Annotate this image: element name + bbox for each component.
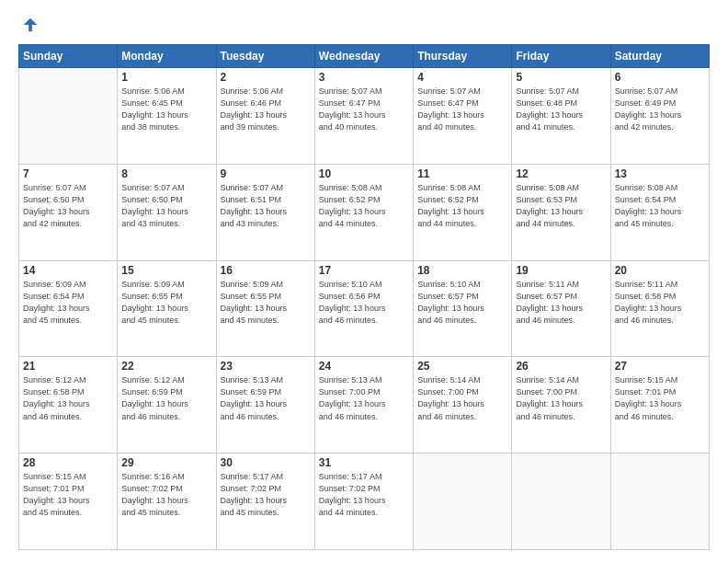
calendar-cell: 5Sunrise: 5:07 AM Sunset: 6:48 PM Daylig…: [512, 68, 610, 165]
cell-info: Sunrise: 5:11 AM Sunset: 6:57 PM Dayligh…: [516, 279, 606, 327]
calendar-cell: 3Sunrise: 5:07 AM Sunset: 6:47 PM Daylig…: [314, 68, 413, 165]
calendar-cell: 18Sunrise: 5:10 AM Sunset: 6:57 PM Dayli…: [414, 260, 512, 357]
calendar-cell: [512, 454, 610, 550]
cell-info: Sunrise: 5:07 AM Sunset: 6:49 PM Dayligh…: [615, 86, 705, 133]
day-header-monday: Monday: [118, 45, 216, 68]
cell-day-number: 8: [121, 167, 211, 180]
cell-day-number: 6: [615, 71, 705, 84]
calendar-cell: 16Sunrise: 5:09 AM Sunset: 6:55 PM Dayli…: [216, 260, 314, 357]
cell-day-number: 23: [221, 360, 311, 373]
cell-day-number: 29: [121, 456, 211, 469]
cell-day-number: 12: [516, 167, 606, 180]
cell-info: Sunrise: 5:10 AM Sunset: 6:57 PM Dayligh…: [417, 279, 507, 327]
cell-info: Sunrise: 5:11 AM Sunset: 6:58 PM Dayligh…: [615, 279, 705, 327]
calendar-cell: 27Sunrise: 5:15 AM Sunset: 7:01 PM Dayli…: [610, 357, 709, 454]
calendar-cell: 28Sunrise: 5:15 AM Sunset: 7:01 PM Dayli…: [19, 454, 118, 550]
logo-icon: [20, 15, 40, 35]
cell-info: Sunrise: 5:09 AM Sunset: 6:55 PM Dayligh…: [221, 279, 311, 327]
calendar-week-row: 1Sunrise: 5:06 AM Sunset: 6:45 PM Daylig…: [19, 68, 710, 165]
calendar-week-row: 7Sunrise: 5:07 AM Sunset: 6:50 PM Daylig…: [19, 164, 710, 260]
calendar-table: SundayMondayTuesdayWednesdayThursdayFrid…: [18, 44, 710, 550]
cell-info: Sunrise: 5:15 AM Sunset: 7:01 PM Dayligh…: [23, 471, 113, 519]
calendar-cell: 11Sunrise: 5:08 AM Sunset: 6:52 PM Dayli…: [414, 164, 512, 260]
day-header-wednesday: Wednesday: [314, 45, 413, 68]
cell-day-number: 20: [615, 264, 705, 277]
cell-info: Sunrise: 5:13 AM Sunset: 7:00 PM Dayligh…: [319, 374, 409, 422]
cell-day-number: 13: [615, 167, 705, 180]
cell-day-number: 19: [516, 264, 606, 277]
cell-day-number: 2: [221, 71, 311, 84]
calendar-cell: 30Sunrise: 5:17 AM Sunset: 7:02 PM Dayli…: [216, 454, 314, 550]
cell-day-number: 16: [221, 264, 311, 277]
cell-day-number: 21: [23, 360, 113, 373]
day-header-sunday: Sunday: [19, 45, 118, 68]
calendar-cell: 23Sunrise: 5:13 AM Sunset: 6:59 PM Dayli…: [216, 357, 314, 454]
cell-info: Sunrise: 5:15 AM Sunset: 7:01 PM Dayligh…: [615, 374, 705, 422]
calendar-cell: 2Sunrise: 5:06 AM Sunset: 6:46 PM Daylig…: [216, 68, 314, 165]
cell-info: Sunrise: 5:07 AM Sunset: 6:50 PM Dayligh…: [121, 182, 211, 230]
calendar-cell: 12Sunrise: 5:08 AM Sunset: 6:53 PM Dayli…: [512, 164, 610, 260]
cell-info: Sunrise: 5:12 AM Sunset: 6:58 PM Dayligh…: [23, 374, 113, 422]
calendar-cell: 25Sunrise: 5:14 AM Sunset: 7:00 PM Dayli…: [414, 357, 512, 454]
cell-info: Sunrise: 5:09 AM Sunset: 6:54 PM Dayligh…: [23, 279, 113, 327]
cell-day-number: 9: [221, 167, 311, 180]
cell-info: Sunrise: 5:08 AM Sunset: 6:54 PM Dayligh…: [615, 182, 705, 230]
cell-info: Sunrise: 5:07 AM Sunset: 6:51 PM Dayligh…: [221, 182, 311, 230]
cell-info: Sunrise: 5:07 AM Sunset: 6:47 PM Dayligh…: [319, 86, 409, 133]
calendar-cell: 20Sunrise: 5:11 AM Sunset: 6:58 PM Dayli…: [610, 260, 709, 357]
calendar-cell: [19, 68, 118, 165]
day-header-thursday: Thursday: [414, 45, 512, 68]
calendar-cell: 24Sunrise: 5:13 AM Sunset: 7:00 PM Dayli…: [314, 357, 413, 454]
calendar-week-row: 28Sunrise: 5:15 AM Sunset: 7:01 PM Dayli…: [19, 454, 710, 550]
calendar-cell: 26Sunrise: 5:14 AM Sunset: 7:00 PM Dayli…: [512, 357, 610, 454]
calendar-cell: 29Sunrise: 5:16 AM Sunset: 7:02 PM Dayli…: [118, 454, 216, 550]
calendar-cell: 21Sunrise: 5:12 AM Sunset: 6:58 PM Dayli…: [19, 357, 118, 454]
cell-info: Sunrise: 5:10 AM Sunset: 6:56 PM Dayligh…: [319, 279, 409, 327]
calendar-body: 1Sunrise: 5:06 AM Sunset: 6:45 PM Daylig…: [19, 68, 710, 550]
cell-info: Sunrise: 5:07 AM Sunset: 6:47 PM Dayligh…: [417, 86, 507, 133]
cell-day-number: 7: [23, 167, 113, 180]
cell-day-number: 28: [23, 456, 113, 469]
cell-info: Sunrise: 5:12 AM Sunset: 6:59 PM Dayligh…: [121, 374, 211, 422]
cell-day-number: 24: [319, 360, 409, 373]
calendar-cell: 1Sunrise: 5:06 AM Sunset: 6:45 PM Daylig…: [118, 68, 216, 165]
cell-info: Sunrise: 5:07 AM Sunset: 6:50 PM Dayligh…: [23, 182, 113, 230]
page-header: [18, 17, 710, 35]
calendar-cell: 19Sunrise: 5:11 AM Sunset: 6:57 PM Dayli…: [512, 260, 610, 357]
cell-day-number: 1: [121, 71, 211, 84]
cell-day-number: 15: [121, 264, 211, 277]
calendar-cell: 7Sunrise: 5:07 AM Sunset: 6:50 PM Daylig…: [19, 164, 118, 260]
day-header-tuesday: Tuesday: [216, 45, 314, 68]
logo: [18, 17, 40, 35]
cell-day-number: 10: [319, 167, 409, 180]
cell-day-number: 5: [516, 71, 606, 84]
cell-info: Sunrise: 5:06 AM Sunset: 6:45 PM Dayligh…: [121, 86, 211, 133]
day-header-saturday: Saturday: [610, 45, 709, 68]
calendar-cell: 6Sunrise: 5:07 AM Sunset: 6:49 PM Daylig…: [610, 68, 709, 165]
cell-info: Sunrise: 5:08 AM Sunset: 6:53 PM Dayligh…: [516, 182, 606, 230]
cell-day-number: 25: [417, 360, 507, 373]
cell-info: Sunrise: 5:17 AM Sunset: 7:02 PM Dayligh…: [221, 471, 311, 519]
calendar-cell: 4Sunrise: 5:07 AM Sunset: 6:47 PM Daylig…: [414, 68, 512, 165]
calendar-cell: 15Sunrise: 5:09 AM Sunset: 6:55 PM Dayli…: [118, 260, 216, 357]
cell-day-number: 22: [121, 360, 211, 373]
cell-day-number: 30: [221, 456, 311, 469]
calendar-week-row: 21Sunrise: 5:12 AM Sunset: 6:58 PM Dayli…: [19, 357, 710, 454]
cell-day-number: 18: [417, 264, 507, 277]
cell-day-number: 11: [417, 167, 507, 180]
cell-day-number: 26: [516, 360, 606, 373]
cell-info: Sunrise: 5:13 AM Sunset: 6:59 PM Dayligh…: [221, 374, 311, 422]
calendar-cell: 14Sunrise: 5:09 AM Sunset: 6:54 PM Dayli…: [19, 260, 118, 357]
calendar-cell: 8Sunrise: 5:07 AM Sunset: 6:50 PM Daylig…: [118, 164, 216, 260]
cell-info: Sunrise: 5:16 AM Sunset: 7:02 PM Dayligh…: [121, 471, 211, 519]
cell-day-number: 3: [319, 71, 409, 84]
cell-info: Sunrise: 5:07 AM Sunset: 6:48 PM Dayligh…: [516, 86, 606, 133]
calendar-cell: 17Sunrise: 5:10 AM Sunset: 6:56 PM Dayli…: [314, 260, 413, 357]
calendar-cell: 9Sunrise: 5:07 AM Sunset: 6:51 PM Daylig…: [216, 164, 314, 260]
calendar-cell: 10Sunrise: 5:08 AM Sunset: 6:52 PM Dayli…: [314, 164, 413, 260]
cell-day-number: 17: [319, 264, 409, 277]
cell-info: Sunrise: 5:17 AM Sunset: 7:02 PM Dayligh…: [319, 471, 409, 519]
calendar-cell: 31Sunrise: 5:17 AM Sunset: 7:02 PM Dayli…: [314, 454, 413, 550]
cell-info: Sunrise: 5:08 AM Sunset: 6:52 PM Dayligh…: [417, 182, 507, 230]
calendar-cell: 13Sunrise: 5:08 AM Sunset: 6:54 PM Dayli…: [610, 164, 709, 260]
